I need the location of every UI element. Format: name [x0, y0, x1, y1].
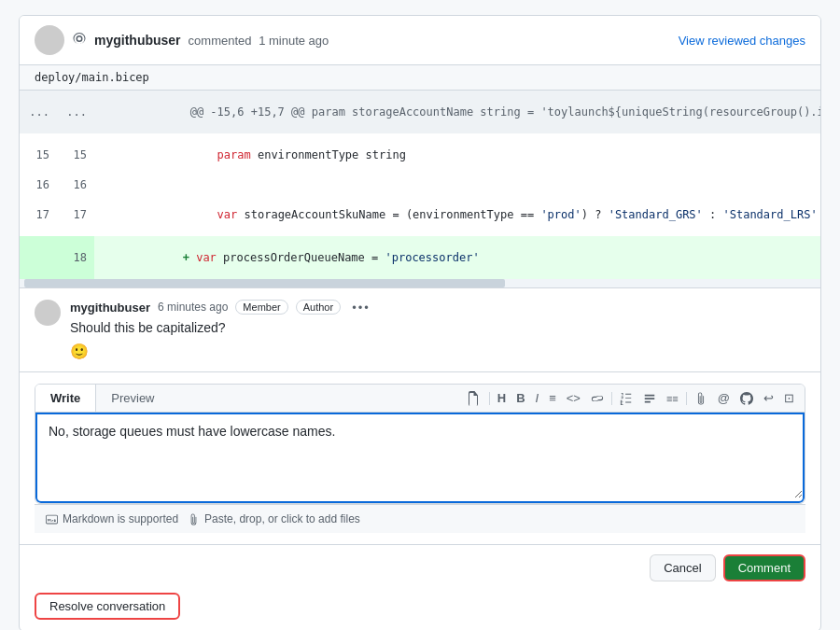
- editor-wrapper: Write Preview H B I: [35, 384, 805, 504]
- reply-box: Write Preview H B I: [20, 372, 820, 545]
- view-reviewed-link[interactable]: View reviewed changes: [679, 34, 805, 48]
- reply-textarea[interactable]: No, storage queues must have lowercase n…: [37, 414, 803, 498]
- comment-header-row: mygithubuser 6 minutes ago Member Author…: [70, 300, 805, 315]
- diff-ellipsis-num2: ...: [57, 91, 94, 133]
- comment-content: mygithubuser 6 minutes ago Member Author…: [70, 300, 805, 360]
- toolbar-list-icon[interactable]: ≡: [546, 388, 559, 408]
- page-container: mygithubuser commented 1 minute ago View…: [0, 0, 840, 630]
- comment-avatar: [35, 300, 61, 326]
- comment-button[interactable]: Comment: [723, 554, 805, 581]
- toolbar-divider1: [489, 392, 490, 405]
- tab-write[interactable]: Write: [35, 385, 96, 412]
- table-row: 18 + var processOrderQueueName = 'proces…: [20, 236, 821, 279]
- toolbar-file-icon[interactable]: [464, 388, 484, 409]
- author-badge: Author: [296, 300, 341, 315]
- diff-hunk-header: @@ -15,6 +15,7 @@ param storageAccountNa…: [94, 91, 821, 133]
- toolbar-divider2: [611, 392, 612, 405]
- toolbar-heading-icon[interactable]: H: [495, 388, 509, 408]
- resolve-conversation-button[interactable]: Resolve conversation: [35, 593, 180, 620]
- comment-text: Should this be capitalized?: [70, 320, 805, 335]
- header-action: commented 1 minute ago: [189, 34, 329, 48]
- diff-ellipsis-num1: ...: [20, 91, 57, 133]
- comment-block: mygithubuser 6 minutes ago Member Author…: [20, 288, 820, 372]
- toolbar-reference-icon[interactable]: [737, 389, 756, 408]
- diff-row-ellipsis: ... ... @@ -15,6 +15,7 @@ param storageA…: [20, 91, 821, 133]
- markdown-icon: [46, 513, 58, 525]
- editor-footer: Markdown is supported Paste, drop, or cl…: [35, 504, 805, 533]
- member-badge: Member: [235, 300, 287, 315]
- toolbar-task-list-icon[interactable]: [640, 389, 659, 408]
- editor-body: No, storage queues must have lowercase n…: [35, 413, 805, 503]
- toolbar-ordered-list-icon[interactable]: [617, 389, 636, 408]
- header-username: mygithubuser: [94, 33, 181, 48]
- attach-label-area[interactable]: Paste, drop, or click to add files: [188, 512, 360, 525]
- table-row: 17 17 var storageAccountSkuName = (envir…: [20, 193, 821, 236]
- comment-options-button[interactable]: •••: [352, 301, 371, 315]
- emoji-reaction-button[interactable]: 🙂: [70, 343, 89, 360]
- toolbar-right: H B I ≡ <>: [456, 388, 805, 409]
- comment-time: 6 minutes ago: [158, 301, 228, 314]
- thread-header: mygithubuser commented 1 minute ago View…: [20, 16, 820, 65]
- resolve-bar: Resolve conversation: [20, 581, 820, 630]
- thread-header-left: mygithubuser commented 1 minute ago: [35, 25, 329, 55]
- attach-icon: [188, 513, 200, 525]
- diff-scrollbar[interactable]: [20, 279, 820, 288]
- table-row: 15 15 param environmentType string: [20, 133, 821, 176]
- toolbar-mention-icon[interactable]: @: [715, 388, 733, 408]
- tab-preview[interactable]: Preview: [96, 385, 169, 412]
- toolbar-attach-icon[interactable]: [692, 389, 710, 408]
- comment-username: mygithubuser: [70, 301, 150, 315]
- toolbar-undo-icon[interactable]: ↩: [761, 388, 777, 408]
- file-path: deploy/main.bicep: [35, 71, 149, 84]
- toolbar-code-icon[interactable]: <>: [564, 388, 583, 408]
- diff-table: ... ... @@ -15,6 +15,7 @@ param storageA…: [20, 91, 821, 279]
- toolbar-bold-icon[interactable]: B: [513, 388, 527, 408]
- reply-actions: Cancel Comment: [20, 545, 820, 581]
- toolbar-italic-icon[interactable]: I: [533, 388, 542, 408]
- toolbar-divider3: [686, 392, 687, 405]
- file-path-bar: deploy/main.bicep: [20, 65, 820, 91]
- review-thread: mygithubuser commented 1 minute ago View…: [19, 15, 821, 630]
- toolbar-fullscreen-icon[interactable]: ⊡: [781, 388, 797, 408]
- table-row: 16 16: [20, 176, 821, 193]
- editor-top-bar: Write Preview H B I: [35, 385, 805, 413]
- toolbar-link-icon[interactable]: [588, 389, 607, 408]
- avatar: [35, 25, 64, 55]
- toolbar-diff-icon[interactable]: ≡≡: [664, 390, 681, 407]
- cancel-button[interactable]: Cancel: [650, 554, 715, 581]
- markdown-label: Markdown is supported: [46, 512, 178, 525]
- eye-icon: [72, 31, 87, 49]
